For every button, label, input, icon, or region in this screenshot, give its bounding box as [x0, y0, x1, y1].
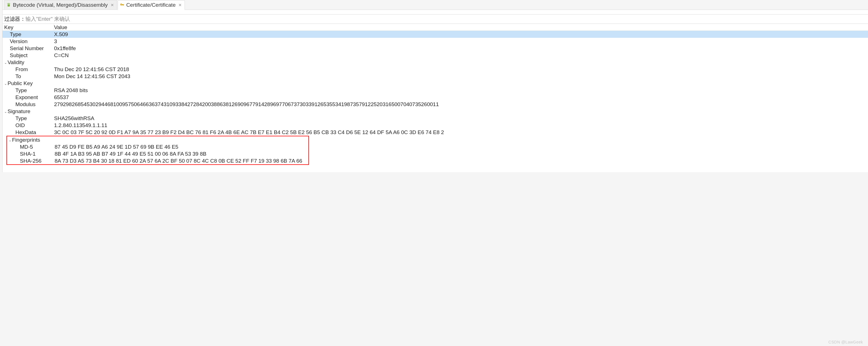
chevron-down-icon[interactable]: ⌄ — [4, 80, 7, 87]
key-label: Modulus — [4, 101, 36, 107]
row-fp-sha1[interactable]: SHA-1 8B 4F 1A B3 95 AB B7 49 1F 44 49 E… — [7, 150, 308, 157]
row-pk-modulus[interactable]: Modulus 27929826854530294468100957506466… — [2, 101, 868, 108]
value-cell: X.509 — [54, 31, 868, 38]
android-icon — [6, 2, 11, 7]
tab-label: Certificate/Certificate — [126, 2, 176, 8]
row-valid-from[interactable]: From Thu Dec 20 12:41:56 CST 2018 — [2, 66, 868, 73]
row-sig-hexdata[interactable]: HexData 3C 0C 03 7F 5C 20 92 0D F1 A7 9A… — [2, 129, 868, 136]
key-label: Fingerprints — [12, 137, 40, 143]
value-cell: 8B 4F 1A B3 95 AB B7 49 1F 44 49 E5 51 0… — [55, 150, 308, 157]
close-icon[interactable]: ✕ — [178, 3, 182, 7]
tab-bytecode[interactable]: Bytecode (Virtual, Merged)/Disassembly ✕ — [4, 0, 117, 9]
key-label: SHA-256 — [9, 158, 41, 164]
filter-placeholder: 输入"Enter" 来确认 — [26, 16, 70, 22]
row-subject[interactable]: Subject C=CN — [2, 52, 868, 59]
key-label: HexData — [4, 129, 36, 135]
value-cell: 65537 — [54, 94, 868, 101]
row-serial[interactable]: Serial Number 0x1ffe8fe — [2, 45, 868, 52]
value-cell: SHA256withRSA — [54, 115, 868, 122]
table-header: Key Value — [2, 24, 868, 31]
filter-bar[interactable]: 过滤器：输入"Enter" 来确认 — [2, 14, 868, 24]
key-label: Public Key — [7, 80, 33, 86]
value-cell: 2792982685453029446810095750646636374310… — [54, 101, 868, 108]
chevron-down-icon[interactable]: ⌄ — [4, 59, 7, 66]
chevron-down-icon[interactable]: ⌄ — [9, 137, 12, 144]
fingerprints-highlight: ⌄Fingerprints MD-5 87 45 D9 FE B5 A9 A6 … — [6, 136, 309, 165]
value-cell — [54, 59, 868, 66]
value-cell: 3C 0C 03 7F 5C 20 92 0D F1 A7 9A 35 77 2… — [54, 129, 868, 136]
row-fingerprints[interactable]: ⌄Fingerprints — [7, 136, 308, 143]
row-validity[interactable]: ⌄Validity — [2, 59, 868, 66]
value-cell: Thu Dec 20 12:41:56 CST 2018 — [54, 66, 868, 73]
certificate-properties: Key Value Type X.509 Version 3 Serial Nu… — [2, 24, 868, 172]
key-label: Type — [4, 87, 27, 93]
key-label: OID — [4, 122, 25, 128]
editor-tabbar: Bytecode (Virtual, Merged)/Disassembly ✕… — [2, 0, 868, 10]
key-label: To — [4, 73, 21, 79]
row-fp-sha256[interactable]: SHA-256 8A 73 D3 A5 73 B4 30 18 81 ED 60… — [7, 157, 308, 164]
key-label: From — [4, 66, 28, 72]
row-signature[interactable]: ⌄Signature — [2, 108, 868, 115]
key-label: Validity — [7, 59, 24, 65]
key-label: SHA-1 — [9, 151, 36, 157]
key-label: Version — [4, 38, 27, 44]
value-cell: 1.2.840.113549.1.1.11 — [54, 122, 868, 129]
row-sig-type[interactable]: Type SHA256withRSA — [2, 115, 868, 122]
row-pk-exponent[interactable]: Exponent 65537 — [2, 94, 868, 101]
key-label: Exponent — [4, 94, 38, 100]
tab-label: Bytecode (Virtual, Merged)/Disassembly — [13, 2, 108, 8]
row-valid-to[interactable]: To Mon Dec 14 12:41:56 CST 2043 — [2, 73, 868, 80]
row-sig-oid[interactable]: OID 1.2.840.113549.1.1.11 — [2, 122, 868, 129]
value-cell: C=CN — [54, 52, 868, 59]
value-cell — [54, 80, 868, 87]
value-cell: 0x1ffe8fe — [54, 45, 868, 52]
column-key[interactable]: Key — [2, 24, 54, 31]
key-label: MD-5 — [9, 144, 33, 150]
key-label: Serial Number — [4, 45, 44, 51]
row-type[interactable]: Type X.509 — [2, 31, 868, 38]
key-label: Type — [4, 115, 27, 121]
chevron-down-icon[interactable]: ⌄ — [4, 108, 7, 115]
column-value[interactable]: Value — [54, 24, 868, 31]
value-cell — [55, 136, 308, 143]
value-cell: 3 — [54, 38, 868, 45]
value-cell: 8A 73 D3 A5 73 B4 30 18 81 ED 60 2A 57 6… — [55, 157, 308, 164]
key-label: Signature — [7, 108, 30, 114]
row-version[interactable]: Version 3 — [2, 38, 868, 45]
row-public-key[interactable]: ⌄Public Key — [2, 80, 868, 87]
filter-label: 过滤器： — [4, 16, 26, 22]
value-cell: Mon Dec 14 12:41:56 CST 2043 — [54, 73, 868, 80]
row-fp-md5[interactable]: MD-5 87 45 D9 FE B5 A9 A6 24 9E 1D 57 69… — [7, 143, 308, 150]
value-cell: 87 45 D9 FE B5 A9 A6 24 9E 1D 57 69 9B E… — [55, 143, 308, 150]
tab-certificate[interactable]: Certificate/Certificate ✕ — [118, 0, 185, 10]
row-pk-type[interactable]: Type RSA 2048 bits — [2, 87, 868, 94]
key-label: Type — [4, 31, 21, 37]
value-cell — [54, 108, 868, 115]
key-label: Subject — [4, 52, 27, 58]
close-icon[interactable]: ✕ — [111, 3, 114, 7]
key-icon — [120, 2, 125, 7]
value-cell: RSA 2048 bits — [54, 87, 868, 94]
